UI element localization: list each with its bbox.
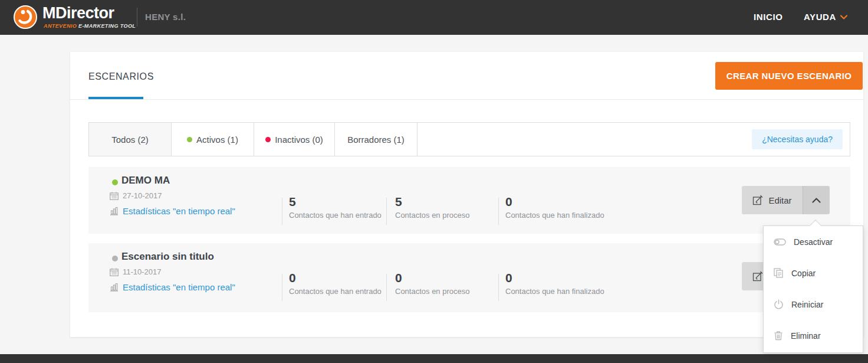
page-title: ESCENARIOS: [88, 71, 154, 82]
column-divider: [282, 198, 282, 225]
toggle-off-icon: [774, 238, 786, 246]
stat-in-progress-value: 0: [395, 271, 469, 284]
menu-item-desactivar[interactable]: Desactivar: [764, 226, 863, 257]
stat-in-progress-label: Contactos en proceso: [395, 211, 469, 220]
edit-menu-toggle[interactable]: [803, 186, 830, 214]
inactive-status-dot: [265, 137, 271, 142]
scenario-row: Escenario sin titulo 11-10-2017 Estadíst…: [88, 243, 850, 312]
tab-borradores-label: Borradores (1): [347, 135, 405, 145]
menu-item-label: Copiar: [791, 269, 816, 278]
active-status-dot: [187, 137, 192, 142]
scenario-name: DEMO MA: [121, 175, 170, 187]
stat-in-progress-label: Contactos en proceso: [395, 287, 469, 296]
stat-finished-label: Contactos que han finalizado: [505, 287, 604, 296]
edit-split-button: Editar: [742, 186, 830, 214]
menu-item-eliminar[interactable]: Eliminar: [764, 320, 863, 351]
nav-inicio-label: INICIO: [754, 12, 782, 22]
footer-bar: [0, 354, 868, 363]
scenario-date-label: 27-10-2017: [123, 191, 162, 200]
scenario-actions-menu: Desactivar Copiar Reiniciar Eliminar: [763, 225, 863, 353]
power-icon: [774, 299, 784, 309]
column-divider: [498, 274, 499, 301]
top-navigation-bar: MDirector ANTEVENIO E-MARKETING TOOL HEN…: [0, 0, 868, 35]
column-divider: [498, 198, 499, 225]
mdirector-logo-icon[interactable]: [13, 5, 38, 30]
tab-borradores[interactable]: Borradores (1): [335, 123, 417, 156]
stat-entered: 5 Contactos que han entrado: [289, 195, 382, 220]
calendar-icon: [110, 268, 119, 276]
brand-tagline-tool: E-MARKETING TOOL: [77, 23, 136, 29]
tab-inactivos-label: Inactivos (0): [275, 135, 323, 145]
stat-entered-label: Contactos que han entrado: [289, 211, 382, 220]
edit-button[interactable]: Editar: [742, 186, 803, 214]
menu-item-label: Desactivar: [794, 237, 833, 247]
stat-in-progress: 5 Contactos en proceso: [395, 195, 469, 220]
filter-tabs: Todos (2) Activos (1) Inactivos (0) Borr…: [88, 122, 850, 156]
bar-chart-icon: [110, 283, 119, 292]
brand-tagline: ANTEVENIO E-MARKETING TOOL: [44, 23, 136, 29]
tab-activos[interactable]: Activos (1): [172, 123, 254, 156]
menu-item-reiniciar[interactable]: Reiniciar: [764, 289, 863, 320]
status-dot: [112, 179, 118, 185]
status-dot: [112, 256, 118, 261]
menu-item-copiar[interactable]: Copiar: [764, 257, 863, 289]
bar-chart-icon: [110, 207, 119, 215]
account-name: HENY s.l.: [145, 12, 186, 22]
stat-in-progress: 0 Contactos en proceso: [395, 271, 469, 296]
edit-button-label: Editar: [768, 195, 791, 205]
brand-tagline-antevenio: ANTEVENIO: [44, 23, 77, 29]
pencil-icon: [752, 271, 763, 282]
chevron-up-icon: [812, 198, 821, 203]
stat-entered-value: 5: [289, 195, 382, 208]
stat-in-progress-value: 5: [395, 195, 469, 208]
stat-finished-value: 0: [505, 271, 604, 284]
help-button[interactable]: ¿Necesitas ayuda?: [752, 129, 843, 149]
calendar-icon: [110, 192, 119, 200]
stat-entered-label: Contactos que han entrado: [289, 287, 382, 296]
scenario-date-label: 11-10-2017: [123, 267, 162, 276]
escenarios-panel: ESCENARIOS CREAR NUEVO ESCENARIO Todos (…: [70, 52, 863, 337]
menu-item-label: Reiniciar: [791, 300, 823, 309]
realtime-stats-label: Estadísticas "en tiempo real": [123, 206, 235, 216]
column-divider: [386, 274, 387, 301]
chevron-down-icon: [840, 15, 847, 19]
column-divider: [386, 198, 387, 225]
realtime-stats-link[interactable]: Estadísticas "en tiempo real": [110, 206, 235, 216]
header-rule: [70, 99, 863, 100]
nav-ayuda-label: AYUDA: [804, 12, 836, 22]
tab-todos[interactable]: Todos (2): [89, 123, 172, 156]
brand-name[interactable]: MDirector: [42, 4, 114, 22]
stat-finished-label: Contactos que han finalizado: [505, 211, 604, 220]
stat-finished: 0 Contactos que han finalizado: [505, 271, 604, 296]
nav-inicio[interactable]: INICIO: [754, 12, 782, 22]
scenario-date: 27-10-2017: [110, 191, 162, 200]
realtime-stats-link[interactable]: Estadísticas "en tiempo real": [110, 282, 235, 292]
header-divider: [137, 8, 137, 27]
stat-entered: 0 Contactos que han entrado: [289, 271, 382, 296]
stat-finished: 0 Contactos que han finalizado: [505, 195, 604, 220]
trash-icon: [774, 331, 783, 341]
stat-finished-value: 0: [505, 195, 604, 208]
pencil-icon: [752, 195, 763, 205]
create-scenario-button[interactable]: CREAR NUEVO ESCENARIO: [715, 62, 863, 90]
scenario-name: Escenario sin titulo: [121, 251, 214, 263]
scenario-row: DEMO MA 27-10-2017 Estadísticas "en tiem…: [88, 167, 850, 234]
stat-entered-value: 0: [289, 271, 382, 284]
menu-item-label: Eliminar: [791, 331, 821, 341]
realtime-stats-label: Estadísticas "en tiempo real": [123, 282, 235, 292]
copy-icon: [774, 268, 784, 278]
tab-inactivos[interactable]: Inactivos (0): [254, 123, 335, 156]
column-divider: [282, 274, 282, 301]
nav-ayuda[interactable]: AYUDA: [804, 12, 847, 22]
tab-todos-label: Todos (2): [111, 135, 149, 145]
tab-activos-label: Activos (1): [196, 135, 238, 145]
scenario-date: 11-10-2017: [110, 267, 162, 276]
